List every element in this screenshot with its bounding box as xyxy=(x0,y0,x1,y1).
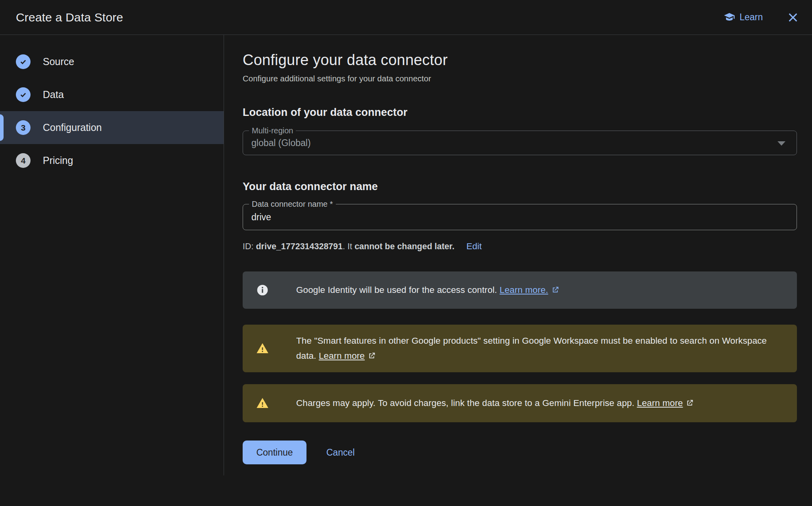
continue-button[interactable]: Continue xyxy=(243,441,306,464)
info-banner-text: Google Identity will be used for the acc… xyxy=(296,283,559,298)
data-connector-name-fieldbox: Data connector name * xyxy=(243,204,797,230)
configuration-panel: Configure your data connector Configure … xyxy=(224,35,797,475)
workspace-warning-text: The "Smart features in other Google prod… xyxy=(296,333,785,364)
name-section-title: Your data connector name xyxy=(243,181,797,193)
charges-learn-more-link[interactable]: Learn more xyxy=(637,398,683,408)
stepper-item-data[interactable]: Data xyxy=(0,78,224,111)
actions-row: Continue Cancel xyxy=(243,441,797,464)
close-button[interactable] xyxy=(785,10,801,25)
stepper-item-configuration[interactable]: 3 Configuration xyxy=(0,111,224,144)
warning-icon xyxy=(256,342,269,355)
workspace-learn-more-link[interactable]: Learn more xyxy=(319,351,365,361)
dialog-body: Source Data 3 Configuration 4 Pricing Co… xyxy=(0,35,812,475)
info-learn-more-link[interactable]: Learn more. xyxy=(500,285,548,295)
cancel-button[interactable]: Cancel xyxy=(324,447,357,458)
caret-down-icon xyxy=(778,141,785,146)
dialog-header: Create a Data Store Learn xyxy=(0,0,812,35)
external-link-icon xyxy=(551,284,559,292)
info-banner: Google Identity will be used for the acc… xyxy=(243,271,797,309)
close-icon xyxy=(787,11,799,24)
multi-region-select-label: Multi-region xyxy=(249,126,296,135)
multi-region-select-value: global (Global) xyxy=(243,131,797,155)
charges-warning-banner: Charges may apply. To avoid charges, lin… xyxy=(243,384,797,422)
step-number-badge: 4 xyxy=(16,153,31,168)
learn-link[interactable]: Learn xyxy=(724,12,763,23)
check-icon xyxy=(16,54,31,69)
info-icon xyxy=(256,284,269,296)
external-link-icon xyxy=(368,350,376,358)
panel-subheading: Configure additional settings for your d… xyxy=(243,74,797,83)
charges-warning-text: Charges may apply. To avoid charges, lin… xyxy=(296,396,694,411)
graduation-cap-icon xyxy=(724,12,735,23)
connector-id-line: ID: drive_1772314328791. It cannot be ch… xyxy=(243,241,797,252)
external-link-icon xyxy=(686,397,694,405)
learn-link-label: Learn xyxy=(739,12,763,23)
stepper-item-label: Pricing xyxy=(43,155,73,166)
edit-id-link[interactable]: Edit xyxy=(466,241,482,252)
check-icon xyxy=(16,87,31,102)
panel-heading: Configure your data connector xyxy=(243,52,797,69)
connector-id-text: ID: drive_1772314328791. It cannot be ch… xyxy=(243,242,454,252)
stepper-sidebar: Source Data 3 Configuration 4 Pricing xyxy=(0,35,224,475)
stepper-item-label: Configuration xyxy=(43,122,102,133)
workspace-warning-banner: The "Smart features in other Google prod… xyxy=(243,325,797,372)
stepper-item-label: Source xyxy=(43,56,74,67)
warning-icon xyxy=(256,397,269,410)
stepper-item-source[interactable]: Source xyxy=(0,45,224,78)
stepper-item-label: Data xyxy=(43,89,64,100)
active-step-indicator xyxy=(0,114,4,141)
data-connector-name-label: Data connector name * xyxy=(249,199,336,209)
step-number-badge: 3 xyxy=(16,120,31,135)
multi-region-select[interactable]: Multi-region global (Global) xyxy=(243,131,797,155)
connector-id-value: drive_1772314328791 xyxy=(256,242,343,251)
page-title: Create a Data Store xyxy=(16,11,123,24)
stepper-item-pricing: 4 Pricing xyxy=(0,144,224,177)
location-section-title: Location of your data connector xyxy=(243,106,797,119)
